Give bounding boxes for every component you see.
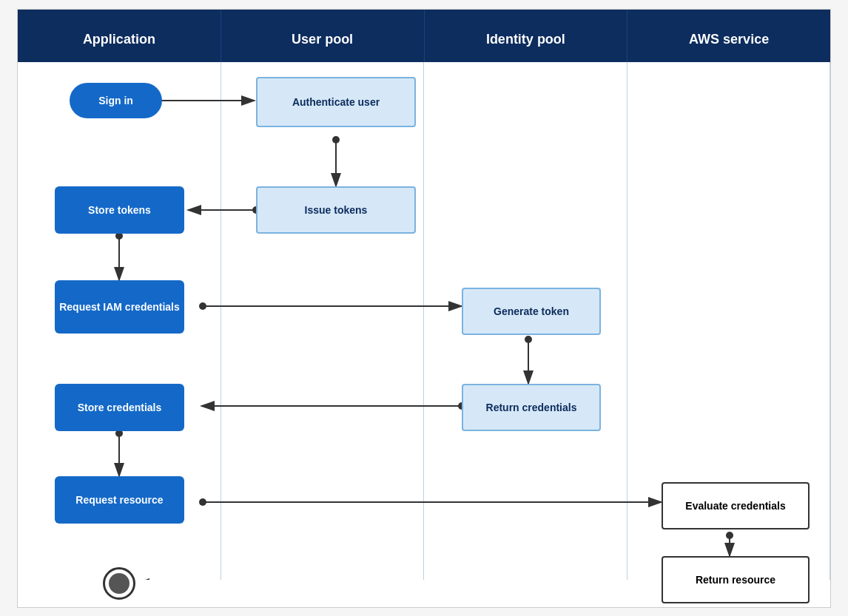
request-resource-node: Request resource [55,476,184,524]
store-credentials-node: Store credentials [55,384,184,431]
issue-tokens-node: Issue tokens [256,186,416,234]
diagram-container: Application User pool Identity pool AWS … [17,9,831,608]
store-tokens-node: Store tokens [55,186,184,234]
columns-header: Application User pool Identity pool AWS … [18,10,830,62]
lane-user-pool [221,62,425,580]
col-application: Application [18,10,221,62]
return-resource-node: Return resource [662,556,810,603]
sign-in-node: Sign in [70,83,162,118]
authenticate-user-node: Authenticate user [256,77,416,127]
end-node [103,567,135,600]
col-user-pool: User pool [221,10,425,62]
generate-token-node: Generate token [462,288,601,335]
request-iam-node: Request IAM credentials [55,280,184,334]
swimlane-area: Sign in Authenticate user Issue tokens S… [18,62,830,580]
col-aws-service: AWS service [627,10,830,62]
evaluate-credentials-node: Evaluate credentials [662,482,810,529]
end-node-inner [109,573,129,594]
return-credentials-node: Return credentials [462,384,601,431]
col-identity-pool: Identity pool [425,10,628,62]
